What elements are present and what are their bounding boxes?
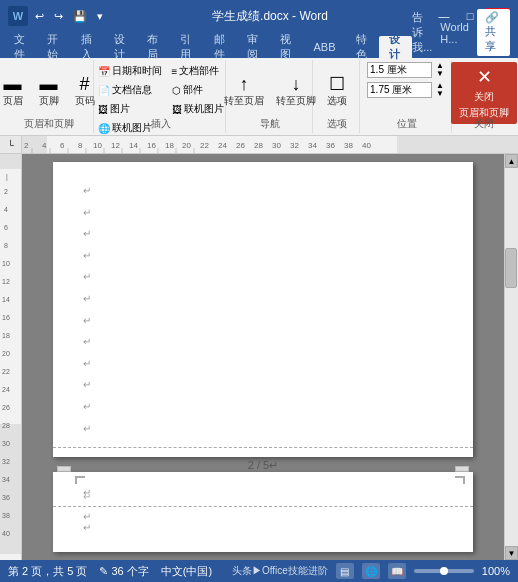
svg-text:18: 18: [2, 332, 10, 339]
tab-insert[interactable]: 插入: [71, 36, 104, 58]
tab-home[interactable]: 开始: [37, 36, 70, 58]
scroll-down-button[interactable]: ▼: [505, 546, 518, 560]
options-group: ☐ 选项 选项: [315, 60, 360, 133]
svg-text:16: 16: [147, 141, 156, 150]
print-view-button[interactable]: ▤: [336, 563, 354, 579]
options-button[interactable]: ☐ 选项: [321, 73, 353, 109]
svg-text:26: 26: [236, 141, 245, 150]
doc-parts-button[interactable]: ≡ 文档部件: [168, 62, 228, 80]
ruler-svg: 2 4 6 8 10 12 14 16 18 20 22 24 26 28 30…: [22, 136, 518, 153]
header-corner-tl: [75, 476, 85, 484]
tab-file[interactable]: 文件: [4, 36, 37, 58]
options-label: 选项: [327, 95, 347, 107]
para-mark-10: ↵: [83, 374, 443, 396]
tab-mailings[interactable]: 邮件: [204, 36, 237, 58]
svg-text:4: 4: [4, 206, 8, 213]
para-mark-12: ↵: [83, 418, 443, 440]
share-button[interactable]: 🔗 共享: [477, 9, 510, 56]
tab-special[interactable]: 特色: [346, 36, 379, 58]
para-mark-2: ↵: [83, 202, 443, 224]
header-label: 页眉: [3, 95, 23, 107]
read-view-button[interactable]: 📖: [388, 563, 406, 579]
word-count-icon: ✎: [99, 565, 108, 578]
navigation-group: ↑ 转至页眉 ↓ 转至页脚 导航: [228, 60, 313, 133]
scrollbar-thumb[interactable]: [505, 248, 517, 288]
ruler-corner[interactable]: └: [0, 136, 22, 153]
para-mark-6: ↵: [83, 288, 443, 310]
zoom-slider[interactable]: [414, 569, 474, 573]
doc-info-label: 文档信息: [112, 83, 152, 97]
zoom-thumb: [440, 567, 448, 575]
svg-text:10: 10: [93, 141, 102, 150]
goto-footer-label: 转至页脚: [276, 95, 316, 107]
close-header-footer-button[interactable]: ✕ 关闭 页眉和页脚: [451, 62, 517, 124]
redo-button[interactable]: ↪: [51, 8, 66, 25]
tab-design-page[interactable]: 设计: [104, 36, 137, 58]
close-group-label: 关闭: [454, 117, 514, 131]
goto-header-label: 转至页眉: [224, 95, 264, 107]
online-img-label: 联机图片: [184, 102, 224, 116]
page2-content: ↵ ↵: [53, 507, 473, 537]
undo-button[interactable]: ↩: [32, 8, 47, 25]
close-header-icon: ✕: [477, 66, 492, 88]
doc-info-icon: 📄: [98, 85, 110, 96]
tab-references[interactable]: 引用: [170, 36, 203, 58]
page-area[interactable]: ↵ ↵ ↵ ↵ ↵ ↵ ↵ ↵ ↵ ↵ ↵ ↵ 2 / 5↵: [22, 154, 504, 560]
svg-text:16: 16: [2, 314, 10, 321]
page-number-label: 页码: [75, 95, 95, 107]
close-group: ✕ 关闭 页眉和页脚 关闭: [454, 60, 514, 133]
page2-para-mark: ↵: [83, 511, 443, 522]
goto-header-button[interactable]: ↑ 转至页眉: [220, 73, 268, 109]
footer-button[interactable]: ▬ 页脚: [33, 73, 65, 109]
tab-design[interactable]: 设计: [379, 36, 412, 58]
save-button[interactable]: 💾: [70, 8, 90, 25]
parts-button[interactable]: ⬡ 部件: [168, 81, 228, 99]
tab-review[interactable]: 审阅: [237, 36, 270, 58]
picture-label: 图片: [110, 102, 130, 116]
tell-me-button[interactable]: 告诉我...: [412, 10, 432, 55]
header-height-spinner: ▲ ▼: [434, 62, 446, 78]
svg-text:30: 30: [2, 440, 10, 447]
tab-view[interactable]: 视图: [270, 36, 303, 58]
svg-text:2: 2: [24, 141, 29, 150]
svg-text:20: 20: [182, 141, 191, 150]
goto-header-icon: ↑: [240, 75, 249, 93]
header-button[interactable]: ▬ 页眉: [0, 73, 29, 109]
svg-text:22: 22: [2, 368, 10, 375]
page-number-icon: #: [79, 75, 89, 93]
tab-layout[interactable]: 布局: [137, 36, 170, 58]
para-mark-9: ↵: [83, 353, 443, 375]
title-bar-left: W ↩ ↪ 💾 ▾: [8, 6, 106, 26]
header-height-row: ▲ ▼: [367, 62, 446, 78]
online-img-button[interactable]: 🖼 联机图片: [168, 100, 228, 118]
goto-footer-button[interactable]: ↓ 转至页脚: [272, 73, 320, 109]
doc-info-button[interactable]: 📄 文档信息: [94, 81, 166, 99]
footer-height-input[interactable]: [367, 82, 432, 98]
tab-abb[interactable]: ABB: [304, 36, 346, 58]
scrollbar-track[interactable]: [505, 168, 518, 546]
datetime-button[interactable]: 📅 日期和时间: [94, 62, 166, 80]
svg-text:36: 36: [2, 494, 10, 501]
header-footer-group-label: 页眉和页脚: [4, 117, 93, 131]
page-header-2: ↵: [53, 472, 473, 507]
svg-text:12: 12: [111, 141, 120, 150]
picture-button[interactable]: 🖼 图片: [94, 100, 166, 118]
svg-text:6: 6: [60, 141, 65, 150]
svg-text:8: 8: [4, 242, 8, 249]
para-mark-1: ↵: [83, 180, 443, 202]
header-height-down[interactable]: ▼: [434, 70, 446, 78]
customize-button[interactable]: ▾: [94, 8, 106, 25]
footer-height-down[interactable]: ▼: [434, 90, 446, 98]
position-group: ▲ ▼ ▲ ▼ 位置: [362, 60, 452, 133]
brand-logo: 头条▶Office技能进阶: [232, 564, 328, 578]
parts-icon: ⬡: [172, 85, 181, 96]
web-view-button[interactable]: 🌐: [362, 563, 380, 579]
page-info: 第 2 页，共 5 页: [8, 564, 87, 579]
vertical-scrollbar[interactable]: ▲ ▼: [504, 154, 518, 560]
scroll-up-button[interactable]: ▲: [505, 154, 518, 168]
svg-text:28: 28: [254, 141, 263, 150]
header-height-input[interactable]: [367, 62, 432, 78]
svg-text:38: 38: [344, 141, 353, 150]
svg-rect-2: [397, 136, 518, 153]
world-help-button[interactable]: World H...: [440, 21, 469, 45]
